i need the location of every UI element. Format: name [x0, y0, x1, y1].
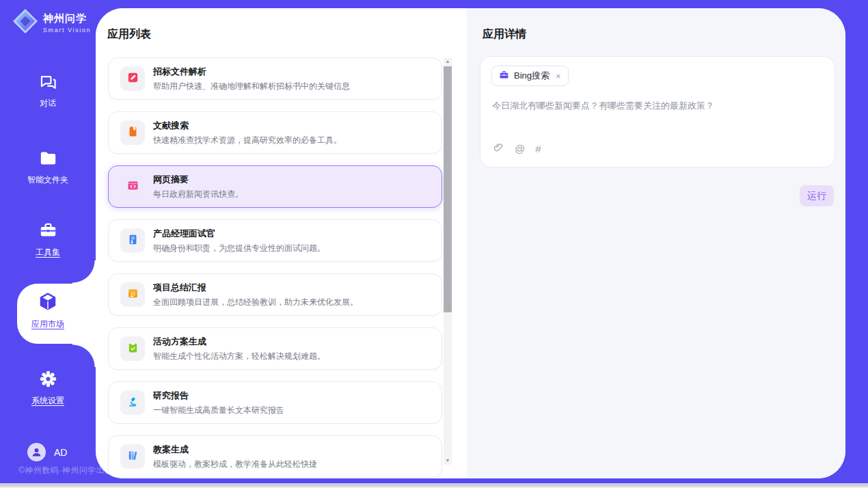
main-content: 应用列表 招标文件解析 帮助用户快速、准确地理解和解析招标书中的关键信息 文献搜…: [96, 8, 845, 478]
app-card-2[interactable]: 网页摘要 每日政府新闻资讯快查。: [108, 165, 442, 208]
browser-code-icon: [127, 180, 139, 194]
toolbox-icon: [0, 221, 96, 243]
pen-square-icon: [127, 72, 139, 86]
app-desc: 全面回顾项目进展，总结经验教训，助力未来优化发展。: [153, 297, 358, 308]
paperclip-icon[interactable]: [492, 141, 504, 157]
scrollbar[interactable]: ▲ ▼: [444, 57, 452, 465]
mention-icon[interactable]: @: [515, 143, 525, 155]
tab-notch-top: [72, 260, 96, 284]
gear-icon: [0, 370, 96, 391]
app-list-title: 应用列表: [107, 27, 151, 42]
clipboard-check-icon: [127, 342, 139, 356]
app-desc: 每日政府新闻资讯快查。: [153, 189, 243, 200]
query-text[interactable]: 今日湖北有哪些新闻要点？有哪些需要关注的最新政策？: [492, 99, 821, 113]
tool-tag-bing-search[interactable]: Bing搜索 ×: [491, 66, 569, 86]
app-name: 招标文件解析: [153, 66, 350, 78]
user-account[interactable]: AD: [27, 443, 67, 461]
books-icon: [127, 450, 139, 464]
sidebar: 神州问学 Smart Vision 对话 智能文件夹: [0, 0, 96, 488]
topic-icon[interactable]: #: [535, 143, 541, 155]
sidebar-item-label: 系统设置: [31, 395, 64, 407]
app-name: 项目总结汇报: [153, 282, 358, 294]
microscope-icon: [127, 396, 139, 410]
copyright-footer: ©神州数码·神州问学出品: [18, 465, 113, 476]
app-detail-panel: 应用详情 Bing搜索 × 今日湖北有哪些新闻要点？有哪些需要关注的最新政策？: [467, 8, 845, 478]
chat-icon: [0, 72, 96, 94]
tool-tag-label: Bing搜索: [514, 70, 550, 82]
scroll-up-icon[interactable]: ▲: [444, 57, 452, 66]
sidebar-item-settings[interactable]: 系统设置: [0, 370, 96, 407]
app-desc: 明确身份和职责，为您提供专业性的面试问题。: [153, 243, 325, 254]
app-name: 网页摘要: [153, 174, 243, 186]
tab-notch-bottom: [72, 344, 96, 367]
sidebar-item-toolset[interactable]: 工具集: [0, 221, 96, 258]
sidebar-item-chat[interactable]: 对话: [0, 72, 96, 109]
app-card-4[interactable]: 项目总结汇报 全面回顾项目进展，总结经验教训，助力未来优化发展。: [108, 273, 442, 316]
app-name: 教案生成: [153, 444, 317, 456]
note-icon: [127, 288, 139, 302]
app-card-list: 招标文件解析 帮助用户快速、准确地理解和解析招标书中的关键信息 文献搜索 快速精…: [108, 57, 442, 478]
app-card-1[interactable]: 文献搜索 快速精准查找学术资源，提高研究效率的必备工具。: [108, 111, 442, 154]
briefcase-icon: [499, 70, 509, 83]
book-icon: [127, 126, 139, 140]
sidebar-item-label: 对话: [40, 98, 56, 109]
sidebar-item-label: 应用市场: [31, 318, 64, 330]
app-desc: 帮助用户快速、准确地理解和解析招标书中的关键信息: [153, 81, 350, 92]
app-list-panel: 应用列表 招标文件解析 帮助用户快速、准确地理解和解析招标书中的关键信息 文献搜…: [96, 8, 467, 478]
cube-icon: [0, 291, 96, 314]
sidebar-item-smart-folders[interactable]: 智能文件夹: [0, 149, 96, 186]
app-desc: 智能生成个性化活动方案，轻松解决规划难题。: [153, 351, 325, 362]
close-icon[interactable]: ×: [556, 71, 561, 81]
prompt-card: Bing搜索 × 今日湖北有哪些新闻要点？有哪些需要关注的最新政策？ @ #: [480, 56, 835, 167]
run-button[interactable]: 运行: [800, 185, 834, 206]
app-name: 产品经理面试官: [153, 228, 325, 240]
scroll-down-icon[interactable]: ▼: [444, 457, 452, 465]
interview-icon: [127, 234, 139, 248]
composer-toolbar: @ #: [492, 141, 541, 157]
app-card-6[interactable]: 研究报告 一键智能生成高质量长文本研究报告: [108, 381, 442, 424]
sidebar-item-app-market[interactable]: 应用市场: [0, 291, 96, 330]
brand-logo: 神州问学 Smart Vision: [12, 8, 91, 37]
app-card-0[interactable]: 招标文件解析 帮助用户快速、准确地理解和解析招标书中的关键信息: [108, 57, 442, 100]
app-detail-title: 应用详情: [483, 27, 526, 42]
app-desc: 快速精准查找学术资源，提高研究效率的必备工具。: [153, 135, 342, 146]
sidebar-item-label: 智能文件夹: [27, 174, 68, 186]
user-name: AD: [54, 447, 67, 458]
app-desc: 模板驱动，教案秒成，教学准备从此轻松快捷: [153, 459, 317, 470]
avatar: [27, 443, 46, 461]
app-name: 研究报告: [153, 390, 284, 402]
app-card-5[interactable]: 活动方案生成 智能生成个性化活动方案，轻松解决规划难题。: [108, 327, 442, 370]
app-card-3[interactable]: 产品经理面试官 明确身份和职责，为您提供专业性的面试问题。: [108, 219, 442, 262]
brand-name: 神州问学: [43, 12, 91, 25]
brand-diamond-icon: [12, 8, 38, 37]
app-name: 活动方案生成: [153, 336, 325, 348]
brand-subtitle: Smart Vision: [43, 27, 91, 33]
sidebar-item-label: 工具集: [36, 247, 60, 258]
window-bottom-edge: [0, 483, 868, 488]
folder-icon: [0, 149, 96, 170]
app-name: 文献搜索: [153, 120, 342, 132]
app-card-7[interactable]: 教案生成 模板驱动，教案秒成，教学准备从此轻松快捷: [108, 435, 442, 478]
scrollbar-thumb[interactable]: [444, 66, 452, 312]
app-desc: 一键智能生成高质量长文本研究报告: [153, 405, 284, 416]
